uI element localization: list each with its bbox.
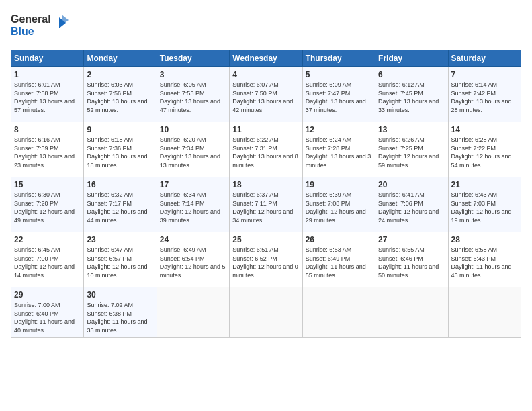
day-info: Sunrise: 6:45 AMSunset: 7:00 PMDaylight:…: [14, 246, 75, 279]
calendar-cell: 9 Sunrise: 6:18 AMSunset: 7:36 PMDayligh…: [84, 122, 157, 177]
calendar-row-1: 1 Sunrise: 6:01 AMSunset: 7:58 PMDayligh…: [11, 67, 521, 122]
day-info: Sunrise: 6:47 AMSunset: 6:57 PMDaylight:…: [87, 246, 147, 279]
calendar-cell: 25 Sunrise: 6:51 AMSunset: 6:52 PMDaylig…: [230, 232, 302, 287]
calendar-cell: 10 Sunrise: 6:20 AMSunset: 7:34 PMDaylig…: [157, 122, 229, 177]
calendar-cell: [230, 287, 302, 338]
day-header-friday: Friday: [375, 50, 448, 67]
day-info: Sunrise: 6:30 AMSunset: 7:20 PMDaylight:…: [14, 191, 75, 224]
day-header-thursday: Thursday: [302, 50, 375, 67]
calendar-row-2: 8 Sunrise: 6:16 AMSunset: 7:39 PMDayligh…: [11, 122, 521, 177]
day-info: Sunrise: 6:01 AMSunset: 7:58 PMDaylight:…: [14, 81, 75, 113]
calendar-cell: 26 Sunrise: 6:53 AMSunset: 6:49 PMDaylig…: [302, 232, 375, 287]
svg-text:General: General: [11, 13, 51, 25]
calendar-cell: 3 Sunrise: 6:05 AMSunset: 7:53 PMDayligh…: [157, 67, 229, 122]
day-header-tuesday: Tuesday: [157, 50, 229, 67]
header: General Blue: [11, 11, 521, 42]
logo-text: General Blue: [11, 11, 71, 42]
day-info: Sunrise: 6:14 AMSunset: 7:42 PMDaylight:…: [451, 81, 512, 113]
calendar-row-3: 15 Sunrise: 6:30 AMSunset: 7:20 PMDaylig…: [11, 177, 521, 232]
day-info: Sunrise: 6:03 AMSunset: 7:56 PMDaylight:…: [87, 81, 147, 113]
day-number: 2: [87, 70, 153, 79]
calendar-cell: [448, 287, 521, 338]
calendar-cell: 13 Sunrise: 6:26 AMSunset: 7:25 PMDaylig…: [375, 122, 448, 177]
day-info: Sunrise: 6:16 AMSunset: 7:39 PMDaylight:…: [14, 136, 75, 169]
header-row: SundayMondayTuesdayWednesdayThursdayFrid…: [11, 50, 521, 67]
day-header-wednesday: Wednesday: [230, 50, 302, 67]
calendar-cell: 20 Sunrise: 6:41 AMSunset: 7:06 PMDaylig…: [375, 177, 448, 232]
day-number: 3: [160, 70, 226, 79]
calendar-cell: 5 Sunrise: 6:09 AMSunset: 7:47 PMDayligh…: [302, 67, 375, 122]
day-info: Sunrise: 6:22 AMSunset: 7:31 PMDaylight:…: [232, 136, 298, 169]
calendar-cell: 30 Sunrise: 7:02 AMSunset: 6:38 PMDaylig…: [84, 287, 157, 338]
calendar-cell: 29 Sunrise: 7:00 AMSunset: 6:40 PMDaylig…: [11, 287, 84, 338]
day-info: Sunrise: 6:07 AMSunset: 7:50 PMDaylight:…: [232, 81, 293, 113]
day-info: Sunrise: 6:55 AMSunset: 6:46 PMDaylight:…: [378, 246, 439, 279]
day-number: 23: [87, 235, 153, 244]
day-info: Sunrise: 6:43 AMSunset: 7:03 PMDaylight:…: [451, 191, 512, 224]
day-number: 12: [306, 125, 372, 134]
day-info: Sunrise: 6:39 AMSunset: 7:08 PMDaylight:…: [306, 191, 366, 224]
day-number: 26: [306, 235, 372, 244]
day-info: Sunrise: 6:51 AMSunset: 6:52 PMDaylight:…: [232, 246, 298, 279]
day-number: 4: [232, 70, 299, 79]
calendar-cell: 1 Sunrise: 6:01 AMSunset: 7:58 PMDayligh…: [11, 67, 84, 122]
day-number: 10: [160, 125, 226, 134]
calendar-cell: 8 Sunrise: 6:16 AMSunset: 7:39 PMDayligh…: [11, 122, 84, 177]
calendar-cell: 21 Sunrise: 6:43 AMSunset: 7:03 PMDaylig…: [448, 177, 521, 232]
calendar-cell: 12 Sunrise: 6:24 AMSunset: 7:28 PMDaylig…: [302, 122, 375, 177]
day-number: 24: [160, 235, 226, 244]
day-number: 27: [378, 235, 445, 244]
logo: General Blue: [11, 11, 71, 42]
day-info: Sunrise: 6:24 AMSunset: 7:28 PMDaylight:…: [306, 136, 371, 169]
day-info: Sunrise: 6:09 AMSunset: 7:47 PMDaylight:…: [306, 81, 366, 113]
calendar-cell: [157, 287, 229, 338]
day-info: Sunrise: 6:28 AMSunset: 7:22 PMDaylight:…: [451, 136, 512, 169]
calendar-row-5: 29 Sunrise: 7:00 AMSunset: 6:40 PMDaylig…: [11, 287, 521, 338]
day-info: Sunrise: 6:05 AMSunset: 7:53 PMDaylight:…: [160, 81, 220, 113]
calendar-cell: 17 Sunrise: 6:34 AMSunset: 7:14 PMDaylig…: [157, 177, 229, 232]
day-number: 28: [451, 235, 518, 244]
day-number: 17: [160, 180, 226, 189]
day-info: Sunrise: 6:37 AMSunset: 7:11 PMDaylight:…: [232, 191, 293, 224]
calendar-cell: 19 Sunrise: 6:39 AMSunset: 7:08 PMDaylig…: [302, 177, 375, 232]
day-number: 7: [451, 70, 518, 79]
day-number: 19: [306, 180, 372, 189]
calendar-cell: 11 Sunrise: 6:22 AMSunset: 7:31 PMDaylig…: [230, 122, 302, 177]
day-header-monday: Monday: [84, 50, 157, 67]
day-number: 16: [87, 180, 153, 189]
calendar-row-4: 22 Sunrise: 6:45 AMSunset: 7:00 PMDaylig…: [11, 232, 521, 287]
day-number: 6: [378, 70, 445, 79]
calendar-cell: 7 Sunrise: 6:14 AMSunset: 7:42 PMDayligh…: [448, 67, 521, 122]
day-info: Sunrise: 7:02 AMSunset: 6:38 PMDaylight:…: [87, 302, 147, 334]
day-number: 25: [232, 235, 299, 244]
day-info: Sunrise: 6:58 AMSunset: 6:43 PMDaylight:…: [451, 246, 512, 279]
day-number: 29: [14, 290, 81, 300]
day-number: 30: [87, 290, 153, 300]
calendar-cell: 24 Sunrise: 6:49 AMSunset: 6:54 PMDaylig…: [157, 232, 229, 287]
day-number: 15: [14, 180, 81, 189]
day-number: 11: [232, 125, 299, 134]
day-info: Sunrise: 6:12 AMSunset: 7:45 PMDaylight:…: [378, 81, 439, 113]
page-container: General Blue SundayMondayTuesdayWednesda…: [0, 0, 532, 343]
day-info: Sunrise: 6:32 AMSunset: 7:17 PMDaylight:…: [87, 191, 147, 224]
day-number: 18: [232, 180, 299, 189]
day-number: 13: [378, 125, 445, 134]
calendar-table: SundayMondayTuesdayWednesdayThursdayFrid…: [11, 50, 521, 338]
day-info: Sunrise: 6:18 AMSunset: 7:36 PMDaylight:…: [87, 136, 147, 169]
calendar-cell: 18 Sunrise: 6:37 AMSunset: 7:11 PMDaylig…: [230, 177, 302, 232]
calendar-cell: 16 Sunrise: 6:32 AMSunset: 7:17 PMDaylig…: [84, 177, 157, 232]
calendar-cell: 14 Sunrise: 6:28 AMSunset: 7:22 PMDaylig…: [448, 122, 521, 177]
day-number: 20: [378, 180, 445, 189]
calendar-cell: 22 Sunrise: 6:45 AMSunset: 7:00 PMDaylig…: [11, 232, 84, 287]
day-info: Sunrise: 6:53 AMSunset: 6:49 PMDaylight:…: [306, 246, 366, 279]
calendar-cell: 23 Sunrise: 6:47 AMSunset: 6:57 PMDaylig…: [84, 232, 157, 287]
calendar-cell: 27 Sunrise: 6:55 AMSunset: 6:46 PMDaylig…: [375, 232, 448, 287]
day-number: 1: [14, 70, 81, 79]
calendar-cell: [375, 287, 448, 338]
day-info: Sunrise: 6:34 AMSunset: 7:14 PMDaylight:…: [160, 191, 220, 224]
calendar-cell: 4 Sunrise: 6:07 AMSunset: 7:50 PMDayligh…: [230, 67, 302, 122]
calendar-cell: 6 Sunrise: 6:12 AMSunset: 7:45 PMDayligh…: [375, 67, 448, 122]
calendar-cell: 15 Sunrise: 6:30 AMSunset: 7:20 PMDaylig…: [11, 177, 84, 232]
day-info: Sunrise: 6:20 AMSunset: 7:34 PMDaylight:…: [160, 136, 220, 169]
day-number: 22: [14, 235, 81, 244]
